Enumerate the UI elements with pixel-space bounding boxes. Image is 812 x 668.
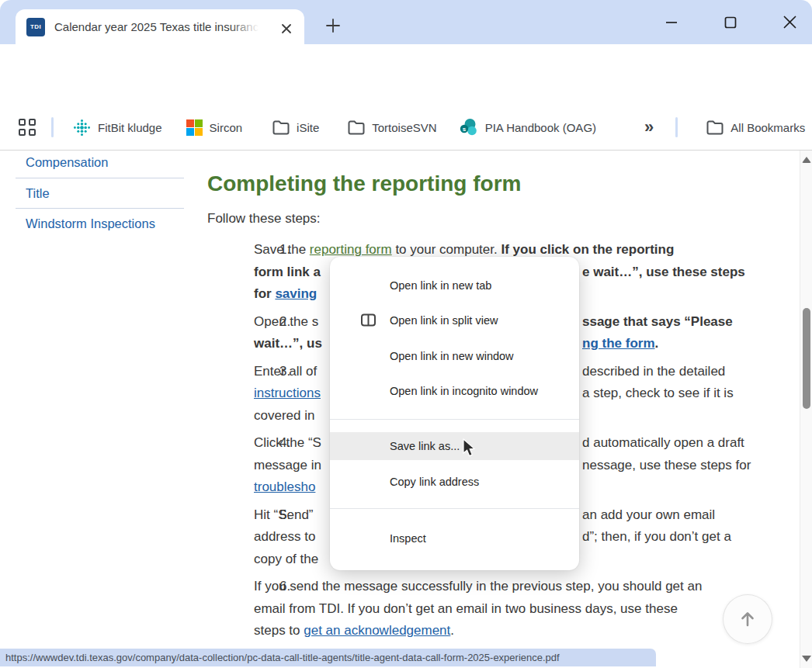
content-link[interactable]: reporting form [310,242,392,257]
browser-tab[interactable]: TDI Calendar year 2025 Texas title insur… [16,9,304,44]
toolbar-page-divider [0,150,812,151]
bookmark-label: FitBit kludge [98,121,162,134]
menu-item-label: Copy link address [390,476,479,488]
bookmarks-divider [51,117,54,137]
bookmark-pia-handbook[interactable]: s PIA Handbook (OAG) [459,117,596,137]
menu-item-label: Open link in new window [390,350,514,362]
scroll-to-top-button[interactable] [723,594,772,644]
microsoft-icon [186,119,203,137]
tdi-favicon: TDI [26,18,45,36]
content-text: to your computer. [392,242,501,257]
tab-close-icon[interactable] [278,20,295,37]
scrollbar-up-icon[interactable] [802,157,811,163]
menu-separator [330,508,579,509]
context-menu: Open link in new tab Open link in split … [330,257,579,570]
new-tab-button[interactable] [322,15,344,36]
menu-item-open-new-tab[interactable]: Open link in new tab [330,268,579,303]
content-text: ssage that says “Please [582,314,733,329]
list-item-number: 6. [279,576,290,598]
content-text: a step, check to see if it is [582,386,734,400]
all-bookmarks-button[interactable]: All Bookmarks [706,118,805,137]
menu-item-label: Save link as... [390,440,460,452]
content-link[interactable]: get an acknowledgement [304,623,450,638]
maximize-button[interactable] [719,11,742,34]
page-title: Completing the reporting form [207,171,521,196]
bookmark-label: PIA Handbook (OAG) [485,121,596,134]
content-text: for [254,286,275,301]
content-text: steps to [254,623,304,638]
scrollbar-down-icon[interactable] [802,656,811,662]
bookmark-label: iSite [297,121,319,134]
sidebar-link-compensation[interactable]: Compensation [26,155,108,170]
bookmarks-bar: FitBit kludge Sircon iSite TortoiseSVN [0,105,812,150]
sharepoint-icon: s [459,117,479,137]
menu-item-save-link-as[interactable]: Save link as... [330,432,579,460]
sidebar-divider [16,208,184,209]
list-item-number: 4. [279,432,290,455]
content-text: described in the detailed [582,364,725,379]
content-text: If you send the message successfully in … [254,579,702,594]
bookmark-tortoisesvn[interactable]: TortoiseSVN [347,118,436,137]
menu-item-label: Open link in new tab [390,279,491,292]
window-controls [660,0,801,44]
menu-item-open-new-window[interactable]: Open link in new window [330,338,579,373]
status-bar: https://wwwdev.tdi.texas.gov/company/dat… [0,649,656,666]
content-text: copy of the [254,552,318,566]
navigation-toolbar: https://www.tdi.texas.gov/company/data-c… [0,44,812,105]
folder-icon [706,118,724,137]
content-text: message in [254,458,321,472]
list-item-number: 3. [279,361,290,383]
menu-item-inspect[interactable]: Inspect [330,524,579,553]
content-text: d”; then, if you don’t get a [582,529,731,544]
sidebar-link-windstorm[interactable]: Windstorm Inspections [26,216,155,231]
folder-icon [272,118,290,137]
content-text: covered in [254,408,314,423]
menu-item-label: Open link in split view [390,314,498,327]
menu-item-label: Open link in incognito window [390,385,538,397]
content-text: . [655,336,659,351]
menu-item-open-incognito[interactable]: Open link in incognito window [330,373,579,408]
bookmark-isite[interactable]: iSite [272,118,319,137]
tab-strip: TDI Calendar year 2025 Texas title insur… [0,0,812,44]
content-link[interactable]: troublesho [254,479,315,494]
content-text: d automatically open a draft [582,435,744,450]
mouse-cursor [462,438,481,462]
fitbit-icon [72,118,92,137]
bookmarks-overflow-chevron[interactable]: » [644,119,654,136]
close-button[interactable] [778,11,801,34]
content-text: address to [254,529,315,544]
bookmark-label: TortoiseSVN [372,121,436,134]
content-link[interactable]: saving [275,286,317,301]
content-link[interactable]: ng the form [582,336,655,351]
list-item-number: 2. [279,311,290,334]
scrollbar-thumb[interactable] [803,308,810,409]
bookmark-sircon[interactable]: Sircon [186,119,243,137]
content-text: wait…”, us [254,336,322,351]
folder-icon [347,118,366,137]
sidebar-link-title[interactable]: Title [26,186,50,201]
page-scrollbar[interactable] [800,151,812,668]
content-text: email from TDI. If you don’t get an emai… [254,601,678,616]
bookmarks-divider [675,117,678,137]
status-link-url: https://wwwdev.tdi.texas.gov/company/dat… [5,652,560,663]
minimize-button[interactable] [660,11,683,34]
list-item-number: 1. [279,239,290,261]
bookmark-label: Sircon [210,121,243,134]
content-text: If you click on the reporting [501,242,674,257]
intro-text: Follow these steps: [207,211,321,227]
menu-item-label: Inspect [390,532,426,545]
content-text: form link a [254,265,321,279]
browser-window: TDI Calendar year 2025 Texas title insur… [0,0,812,668]
content-text: nessage, use these steps for [582,458,751,472]
content-link[interactable]: instructions [254,386,321,400]
menu-item-open-split-view[interactable]: Open link in split view [330,303,579,337]
up-arrow-icon [737,609,758,629]
list-item-number: 5. [279,504,290,527]
bookmark-fitbit-kludge[interactable]: FitBit kludge [72,118,162,137]
content-text: an add your own email [582,507,715,522]
list-item: 6.If you send the message successfully i… [207,576,786,642]
svg-text:s: s [462,126,466,133]
menu-item-copy-link-address[interactable]: Copy link address [330,466,579,497]
apps-grid-icon[interactable] [19,119,36,136]
sidebar-divider [16,178,184,178]
